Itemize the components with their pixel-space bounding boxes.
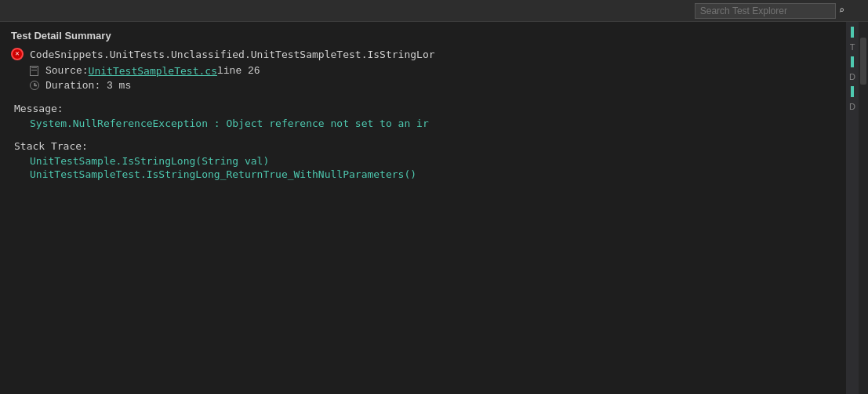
sidebar-letter-t[interactable]: T xyxy=(846,41,859,53)
panel-title: Test Detail Summary xyxy=(11,30,835,42)
test-detail-panel: Test Detail Summary CodeSnippets.UnitTes… xyxy=(0,22,846,394)
stack-trace-label: Stack Trace: xyxy=(11,140,835,152)
stack-item-2: UnitTestSampleTest.IsStringLong_ReturnTr… xyxy=(11,168,835,180)
clock-icon xyxy=(30,81,41,92)
source-link[interactable]: UnitTestSampleTest.cs xyxy=(89,65,217,77)
green-bar-2 xyxy=(851,56,854,67)
duration-row: Duration: 3 ms xyxy=(11,80,835,92)
source-line: line 26 xyxy=(217,65,260,77)
scrollbar-thumb[interactable] xyxy=(860,38,866,85)
sidebar-letter-d2[interactable]: D xyxy=(846,100,859,113)
sidebar-letter-d1[interactable]: D xyxy=(846,70,859,83)
test-name: CodeSnippets.UnitTests.Unclassified.Unit… xyxy=(30,49,435,60)
main-panel: ⌕ Test Detail Summary CodeSnippets.UnitT… xyxy=(0,0,868,394)
content-area: Test Detail Summary CodeSnippets.UnitTes… xyxy=(0,22,868,394)
right-sidebar: T D D xyxy=(846,22,859,394)
message-label: Message: xyxy=(11,103,835,114)
search-icon[interactable]: ⌕ xyxy=(839,5,844,16)
source-row: Source: UnitTestSampleTest.cs line 26 xyxy=(11,65,835,77)
stack-item-1: UnitTestSample.IsStringLong(String val) xyxy=(11,155,835,167)
document-icon xyxy=(30,66,41,77)
vertical-scrollbar[interactable] xyxy=(859,22,868,394)
test-name-row: CodeSnippets.UnitTests.Unclassified.Unit… xyxy=(11,48,835,60)
source-label: Source: xyxy=(45,65,89,77)
search-input[interactable] xyxy=(695,3,836,19)
duration-label: Duration: 3 ms xyxy=(45,80,131,92)
green-bar-3 xyxy=(851,86,854,97)
message-content: System.NullReferenceException : Object r… xyxy=(11,117,835,129)
green-bar-1 xyxy=(851,27,854,38)
search-bar-area: ⌕ xyxy=(0,0,868,22)
error-icon xyxy=(11,48,24,60)
